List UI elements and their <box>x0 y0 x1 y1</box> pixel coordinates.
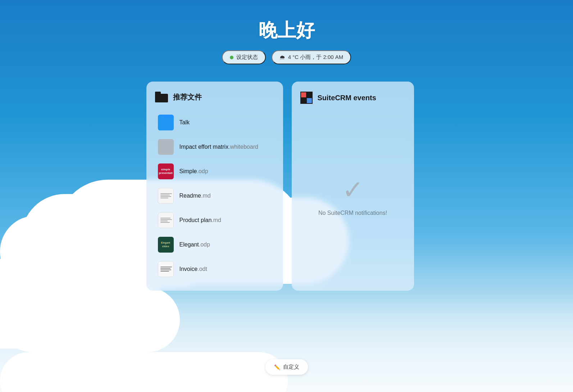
folder-icon <box>155 92 168 102</box>
list-item[interactable]: Elegant slides Elegant.odp <box>155 233 274 256</box>
file-name-invoice: Invoice.odt <box>179 266 207 272</box>
files-card-title: 推荐文件 <box>173 92 202 102</box>
no-events-text: No SuiteCRM notifications! <box>318 210 387 216</box>
file-thumbnail-whiteboard <box>158 139 174 155</box>
status-button[interactable]: 设定状态 <box>222 50 266 64</box>
events-card: SuiteCRM events ✓ No SuiteCRM notificati… <box>292 82 414 291</box>
file-list: Talk Impact effort matrix.whiteboard sim… <box>155 111 274 281</box>
list-item[interactable]: simple presentati Simple.odp <box>155 160 274 183</box>
list-item[interactable]: Impact effort matrix.whiteboard <box>155 135 274 158</box>
file-thumbnail-elegant: Elegant slides <box>158 237 174 253</box>
weather-icon: 🌧 <box>279 54 285 61</box>
customize-button[interactable]: ✏️ 自定义 <box>265 359 308 375</box>
greeting-text: 晚上好 <box>259 18 315 43</box>
list-item[interactable]: Product plan.md <box>155 209 274 232</box>
file-thumbnail-invoice <box>158 261 174 277</box>
file-thumbnail-odp: simple presentati <box>158 163 174 179</box>
weather-text: 4 °C 小雨，于 2:00 AM <box>288 54 344 61</box>
status-dot <box>230 56 233 59</box>
pencil-icon: ✏️ <box>274 364 280 370</box>
cards-row: 推荐文件 Talk Impact effort matrix.whiteboar… <box>146 82 427 291</box>
file-name-talk: Talk <box>179 119 190 126</box>
checkmark-icon: ✓ <box>342 177 364 203</box>
file-thumbnail-talk <box>158 115 174 130</box>
files-card-header: 推荐文件 <box>155 92 274 102</box>
list-item[interactable]: Readme.md <box>155 184 274 207</box>
file-name-odp: Simple.odp <box>179 168 208 175</box>
customize-label: 自定义 <box>283 364 299 370</box>
file-thumbnail-plan <box>158 212 174 228</box>
status-label: 设定状态 <box>236 54 258 61</box>
files-card: 推荐文件 Talk Impact effort matrix.whiteboar… <box>146 82 283 291</box>
events-card-title: SuiteCRM events <box>318 94 376 102</box>
events-card-header: SuiteCRM events <box>300 92 405 104</box>
file-name-md: Readme.md <box>179 193 211 199</box>
file-thumbnail-md <box>158 188 174 204</box>
list-item[interactable]: Invoice.odt <box>155 258 274 281</box>
events-empty-state: ✓ No SuiteCRM notifications! <box>300 112 405 281</box>
file-name-whiteboard: Impact effort matrix.whiteboard <box>179 144 258 150</box>
list-item[interactable]: Talk <box>155 111 274 134</box>
file-name-elegant: Elegant.odp <box>179 241 210 248</box>
weather-button[interactable]: 🌧 4 °C 小雨，于 2:00 AM <box>272 50 351 64</box>
suitecrm-icon <box>300 92 313 104</box>
file-name-plan: Product plan.md <box>179 217 222 223</box>
status-bar: 设定状态 🌧 4 °C 小雨，于 2:00 AM <box>222 50 351 64</box>
